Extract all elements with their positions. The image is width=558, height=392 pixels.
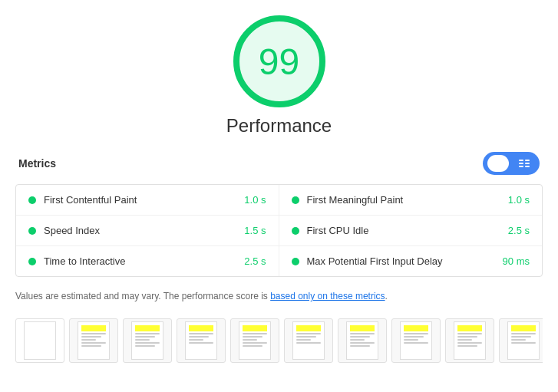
svg-rect-4 [525, 160, 530, 161]
filmstrip-frame [445, 318, 494, 363]
metric-status-dot [28, 227, 36, 235]
metric-name: First Contentful Paint [44, 194, 236, 206]
svg-rect-6 [525, 163, 530, 164]
score-value: 99 [259, 41, 299, 83]
metric-status-dot [292, 258, 299, 265]
grid-view-button[interactable] [513, 155, 535, 172]
metric-status-dot [28, 196, 36, 204]
metric-row: Time to Interactive 2.5 s [16, 246, 279, 276]
metric-row: First CPU Idle 2.5 s [279, 216, 543, 246]
metric-value: 2.5 s [244, 255, 266, 267]
filmstrip-frame [177, 318, 226, 363]
metric-status-dot [292, 227, 299, 235]
metric-name: Speed Index [44, 225, 236, 236]
metrics-link[interactable]: based only on these metrics [270, 291, 385, 301]
score-label: Performance [226, 115, 332, 137]
metrics-header: Metrics [15, 152, 543, 175]
metric-value: 1.0 s [508, 194, 530, 206]
view-toggle [483, 152, 540, 175]
metric-status-dot [292, 196, 299, 204]
svg-rect-5 [519, 163, 523, 164]
svg-rect-3 [519, 160, 523, 161]
metrics-grid: First Contentful Paint 1.0 s First Meani… [15, 184, 543, 277]
filmstrip-frame [123, 318, 172, 363]
filmstrip-frame [391, 318, 441, 363]
metric-row: First Meaningful Paint 1.0 s [279, 185, 543, 216]
metric-value: 1.5 s [244, 225, 266, 236]
metrics-title: Metrics [18, 157, 56, 170]
metric-name: Max Potential First Input Delay [307, 255, 495, 267]
metric-name: Time to Interactive [44, 255, 236, 267]
metric-row: Max Potential First Input Delay 90 ms [279, 246, 543, 276]
score-circle: 99 [233, 15, 325, 107]
svg-rect-8 [525, 166, 530, 167]
svg-rect-1 [493, 163, 504, 164]
metric-row: First Contentful Paint 1.0 s [16, 185, 279, 216]
filmstrip-frame [69, 318, 118, 363]
svg-rect-7 [519, 166, 523, 167]
svg-rect-0 [493, 160, 504, 161]
metric-value: 90 ms [503, 255, 530, 267]
filmstrip-frame [338, 318, 387, 363]
list-view-button[interactable] [487, 155, 509, 172]
filmstrip-frame [15, 318, 64, 363]
filmstrip-frame [230, 318, 279, 363]
metric-value: 2.5 s [508, 225, 530, 236]
metric-value: 1.0 s [244, 194, 266, 206]
metric-status-dot [28, 258, 36, 265]
score-section: 99 Performance [15, 15, 543, 137]
list-icon [492, 157, 504, 170]
filmstrip-frame [499, 318, 543, 363]
metric-name: First CPU Idle [307, 225, 500, 236]
filmstrip [15, 315, 543, 366]
metric-row: Speed Index 1.5 s [16, 216, 279, 246]
note-text: Values are estimated and may vary. The p… [15, 289, 543, 303]
grid-icon [518, 157, 530, 170]
svg-rect-2 [493, 166, 504, 167]
filmstrip-frame [284, 318, 333, 363]
metric-name: First Meaningful Paint [307, 194, 500, 206]
